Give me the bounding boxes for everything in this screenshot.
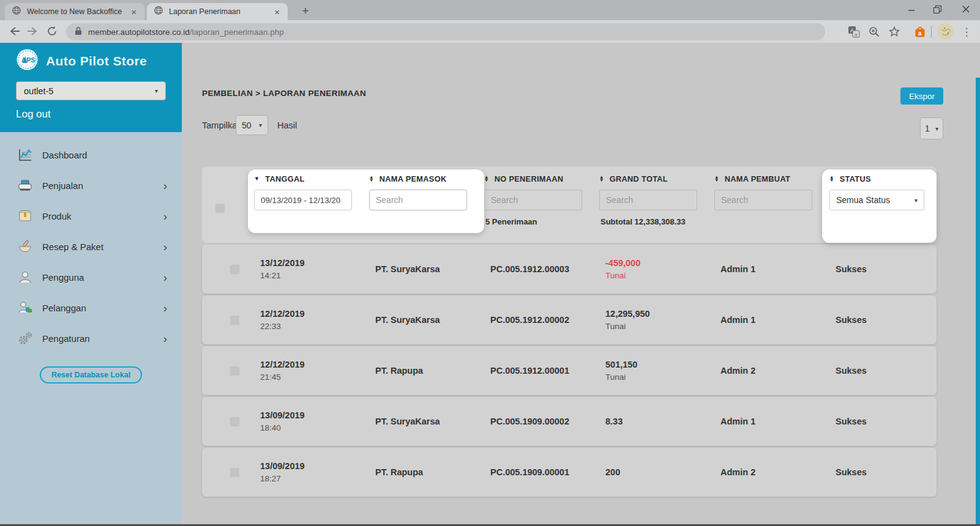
row-checkbox[interactable] bbox=[230, 265, 239, 274]
outlet-select[interactable]: outlet-5 ▾ bbox=[16, 81, 166, 100]
sidebar-item-dashboard[interactable]: Dashboard bbox=[0, 139, 182, 170]
browser-menu-icon[interactable]: ⋮ bbox=[960, 24, 973, 40]
browser-toolbar: member.autopilotstore.co.id/laporan_pene… bbox=[0, 20, 980, 43]
table-row[interactable]: 12/12/201922:33 PT. SuryaKarsa PC.005.19… bbox=[202, 295, 937, 344]
export-button[interactable]: Ekspor bbox=[900, 87, 943, 105]
cell-time: 22:33 bbox=[260, 322, 369, 331]
column-header-status[interactable]: ▲▼ STATUS bbox=[829, 174, 871, 183]
sidebar-item-label: Dashboard bbox=[42, 150, 87, 160]
creator-search-input[interactable] bbox=[714, 190, 812, 210]
reload-button[interactable] bbox=[43, 22, 61, 40]
cell-grand-total: 12,295,950 bbox=[605, 309, 714, 319]
table-row[interactable]: 13/12/201914:21 PT. SuryaKarsa PC.005.19… bbox=[202, 245, 937, 294]
url-address-bar[interactable]: member.autopilotstore.co.id/laporan_pene… bbox=[66, 23, 825, 40]
chevron-right-icon: › bbox=[163, 302, 167, 314]
zoom-icon[interactable] bbox=[866, 24, 882, 40]
cell-status: Sukses bbox=[836, 417, 937, 426]
sidebar-item-pengaturan[interactable]: Pengaturan › bbox=[0, 323, 182, 354]
cell-grand-total: 8.33 bbox=[605, 417, 714, 426]
sidebar-item-penjualan[interactable]: Penjualan › bbox=[0, 170, 182, 201]
logout-link[interactable]: Log out bbox=[16, 108, 51, 120]
bookmark-star-icon[interactable] bbox=[886, 24, 902, 40]
tab-title: Laporan Penerimaan bbox=[169, 7, 271, 16]
receipt-no-search-input[interactable] bbox=[484, 190, 582, 210]
window-restore-button[interactable] bbox=[927, 0, 947, 18]
dashboard-chart-icon bbox=[16, 147, 34, 162]
page-number-select[interactable]: 1 ▾ bbox=[920, 117, 943, 139]
column-header-tanggal[interactable]: ▼ TANGGAL bbox=[254, 174, 305, 183]
cell-receipt-no: PC.005.1909.00001 bbox=[490, 467, 599, 477]
sidebar-item-pengguna[interactable]: Pengguna › bbox=[0, 262, 182, 292]
cell-status: Sukses bbox=[836, 315, 937, 325]
table-row[interactable]: 13/09/201918:27 PT. Rapupa PC.005.1909.0… bbox=[202, 448, 937, 497]
url-domain: member.autopilotstore.co.id bbox=[88, 28, 190, 37]
date-range-filter-input[interactable] bbox=[254, 190, 352, 210]
svg-text:a: a bbox=[855, 32, 858, 37]
chevron-right-icon: › bbox=[163, 272, 167, 283]
new-tab-button[interactable]: + bbox=[297, 4, 313, 18]
back-button[interactable] bbox=[5, 22, 23, 40]
row-checkbox[interactable] bbox=[230, 366, 239, 376]
status-filter-value: Semua Status bbox=[836, 195, 890, 205]
cell-payment: Tunai bbox=[605, 322, 714, 331]
globe-favicon-icon bbox=[154, 6, 163, 18]
cell-creator: Admin 2 bbox=[720, 366, 829, 376]
tab-close-icon[interactable]: × bbox=[271, 7, 283, 17]
row-checkbox[interactable] bbox=[230, 417, 239, 426]
profile-avatar[interactable] bbox=[938, 23, 954, 39]
sidebar-item-label: Resep & Paket bbox=[42, 242, 103, 252]
svg-text:a: a bbox=[918, 30, 922, 37]
cell-status: Sukses bbox=[836, 366, 937, 376]
browser-tab-inactive[interactable]: Welcome to New Backoffice × bbox=[5, 3, 144, 20]
row-checkbox[interactable] bbox=[230, 316, 239, 325]
cell-date: 13/09/2019 bbox=[260, 461, 369, 471]
cell-supplier: PT. SuryaKarsa bbox=[375, 315, 484, 325]
sidebar-item-pelanggan[interactable]: Pelanggan › bbox=[0, 292, 182, 323]
receipts-table: ▼ TANGGAL ▲▼ NAMA PEMASOK ▲▼ NO PENERI bbox=[202, 166, 937, 497]
column-header-pemasok[interactable]: ▲▼ NAMA PEMASOK bbox=[369, 174, 447, 183]
sort-icon: ▲▼ bbox=[714, 176, 719, 182]
column-header-penerimaan[interactable]: ▲▼ NO PENERIMAAN bbox=[484, 174, 563, 183]
supplier-search-input[interactable] bbox=[369, 190, 467, 210]
page-size-select[interactable]: 50 ▾ bbox=[236, 115, 268, 135]
translate-icon[interactable]: Aa bbox=[846, 24, 862, 40]
caret-down-icon: ▾ bbox=[155, 87, 158, 94]
window-close-button[interactable] bbox=[956, 0, 976, 18]
subtotal-summary: Subtotal 12,338,308.33 bbox=[600, 217, 686, 226]
forward-button[interactable] bbox=[24, 22, 42, 40]
sort-icon: ▲▼ bbox=[599, 176, 604, 182]
sidebar-nav: Dashboard Penjualan › Produk › Resep & P… bbox=[0, 132, 182, 354]
page-scrollbar[interactable] bbox=[976, 78, 980, 526]
column-header-pembuat[interactable]: ▲▼ NAMA PEMBUAT bbox=[714, 174, 790, 183]
row-checkbox[interactable] bbox=[230, 468, 239, 477]
browser-tab-active[interactable]: Laporan Penerimaan × bbox=[147, 3, 288, 20]
cell-time: 14:21 bbox=[260, 271, 369, 280]
column-header-total[interactable]: ▲▼ GRAND TOTAL bbox=[599, 174, 668, 183]
reset-database-button[interactable]: Reset Database Lokal bbox=[40, 366, 142, 383]
total-search-input[interactable] bbox=[599, 190, 697, 210]
table-row[interactable]: 12/12/201921:45 PT. Rapupa PC.005.1912.0… bbox=[202, 346, 937, 395]
main-content: PEMBELIAN > LAPORAN PENERIMAAN Ekspor Ta… bbox=[182, 43, 975, 526]
user-icon bbox=[16, 270, 34, 284]
sidebar-item-produk[interactable]: Produk › bbox=[0, 201, 182, 231]
cell-grand-total: 501,150 bbox=[605, 360, 714, 369]
cell-date: 12/12/2019 bbox=[260, 309, 369, 319]
extension-bag-icon[interactable]: a bbox=[912, 24, 928, 40]
caret-down-icon: ▾ bbox=[259, 122, 262, 128]
select-all-checkbox[interactable] bbox=[215, 204, 225, 213]
results-label: Hasil bbox=[277, 120, 297, 130]
tab-title: Welcome to New Backoffice bbox=[27, 7, 128, 16]
cell-grand-total: 200 bbox=[605, 467, 714, 477]
column-label: TANGGAL bbox=[265, 174, 304, 183]
status-filter-select[interactable]: Semua Status ▾ bbox=[829, 190, 924, 210]
table-row[interactable]: 13/09/201918:40 PT. SuryaKarsa PC.005.19… bbox=[202, 397, 937, 446]
cell-status: Sukses bbox=[836, 467, 937, 477]
tab-close-icon[interactable]: × bbox=[128, 7, 140, 17]
cell-date: 12/12/2019 bbox=[260, 360, 369, 369]
lock-icon[interactable] bbox=[75, 26, 82, 38]
window-minimize-button[interactable] bbox=[902, 0, 921, 18]
sidebar-item-resep-paket[interactable]: Resep & Paket › bbox=[0, 231, 182, 262]
caret-down-icon: ▾ bbox=[915, 197, 918, 204]
sidebar: APS Auto Pilot Store outlet-5 ▾ Log out … bbox=[0, 43, 182, 524]
cell-date: 13/12/2019 bbox=[260, 258, 369, 268]
